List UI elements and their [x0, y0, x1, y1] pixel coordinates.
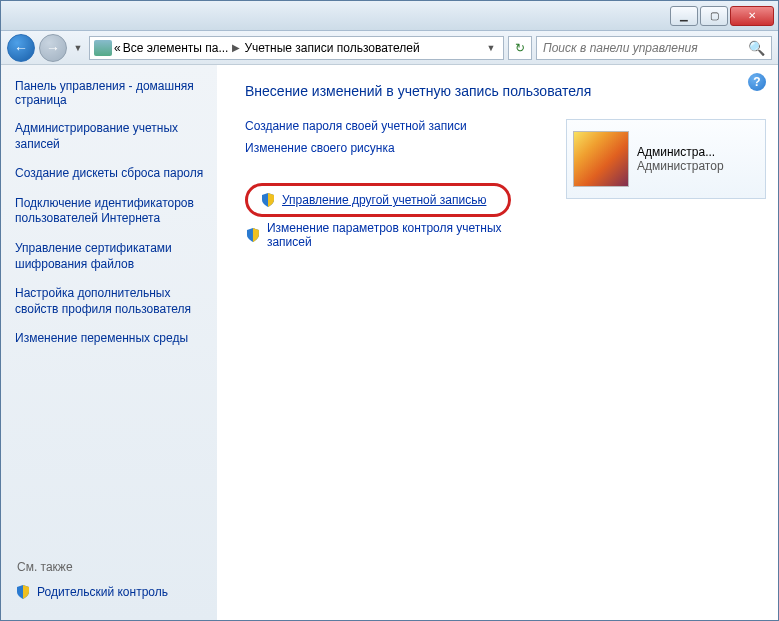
refresh-button[interactable]: ↻: [508, 36, 532, 60]
navbar: ← → ▼ « Все элементы па... ▶ Учетные зап…: [1, 31, 778, 65]
nav-back-button[interactable]: ←: [7, 34, 35, 62]
chevron-right-icon[interactable]: ▶: [230, 42, 242, 53]
help-icon[interactable]: ?: [748, 73, 766, 91]
page-title: Внесение изменений в учетную запись поль…: [245, 83, 766, 99]
breadcrumb[interactable]: « Все элементы па... ▶ Учетные записи по…: [89, 36, 504, 60]
nav-history-dropdown[interactable]: ▼: [71, 36, 85, 60]
sidebar-parental-label: Родительский контроль: [37, 585, 168, 599]
nav-forward-button[interactable]: →: [39, 34, 67, 62]
avatar: [573, 131, 629, 187]
sidebar-link-profile-props[interactable]: Настройка дополнительных свойств профиля…: [15, 286, 209, 317]
shield-icon: [245, 227, 261, 243]
user-card[interactable]: Администра... Администратор: [566, 119, 766, 199]
search-box[interactable]: 🔍: [536, 36, 772, 60]
body: Панель управления - домашняя страница Ад…: [1, 65, 778, 620]
user-info: Администра... Администратор: [637, 145, 759, 173]
sidebar-home-link[interactable]: Панель управления - домашняя страница: [15, 79, 209, 107]
link-manage-other-account[interactable]: Управление другой учетной записью: [245, 183, 511, 217]
link-uac-settings[interactable]: Изменение параметров контроля учетных за…: [245, 221, 548, 249]
user-role: Администратор: [637, 159, 759, 173]
breadcrumb-prefix: «: [114, 41, 121, 55]
window: ▁ ▢ ✕ ← → ▼ « Все элементы па... ▶ Учетн…: [0, 0, 779, 621]
sidebar-links: Администрирование учетных записей Создан…: [15, 121, 209, 347]
maximize-button[interactable]: ▢: [700, 6, 728, 26]
link-create-password[interactable]: Создание пароля своей учетной записи: [245, 119, 548, 133]
shield-icon: [15, 584, 31, 600]
shield-icon: [260, 192, 276, 208]
sidebar-parental-control[interactable]: Родительский контроль: [15, 584, 209, 600]
titlebar: ▁ ▢ ✕: [1, 1, 778, 31]
sidebar-link-env-vars[interactable]: Изменение переменных среды: [15, 331, 209, 347]
breadcrumb-seg1[interactable]: Все элементы па...: [123, 41, 229, 55]
sidebar-link-password-reset-disk[interactable]: Создание дискеты сброса пароля: [15, 166, 209, 182]
link-change-picture[interactable]: Изменение своего рисунка: [245, 141, 548, 155]
breadcrumb-seg2[interactable]: Учетные записи пользователей: [244, 41, 419, 55]
minimize-button[interactable]: ▁: [670, 6, 698, 26]
sidebar-link-encryption-certs[interactable]: Управление сертификатами шифрования файл…: [15, 241, 209, 272]
close-button[interactable]: ✕: [730, 6, 774, 26]
see-also-label: См. также: [15, 560, 209, 574]
user-name: Администра...: [637, 145, 759, 159]
breadcrumb-dropdown[interactable]: ▼: [483, 43, 499, 53]
sidebar: Панель управления - домашняя страница Ад…: [1, 65, 217, 620]
search-icon[interactable]: 🔍: [748, 40, 765, 56]
search-input[interactable]: [543, 41, 748, 55]
breadcrumb-icon: [94, 40, 112, 56]
sidebar-link-online-ids[interactable]: Подключение идентификаторов пользователе…: [15, 196, 209, 227]
sidebar-link-admin-accounts[interactable]: Администрирование учетных записей: [15, 121, 209, 152]
main-content: ? Внесение изменений в учетную запись по…: [217, 65, 778, 620]
